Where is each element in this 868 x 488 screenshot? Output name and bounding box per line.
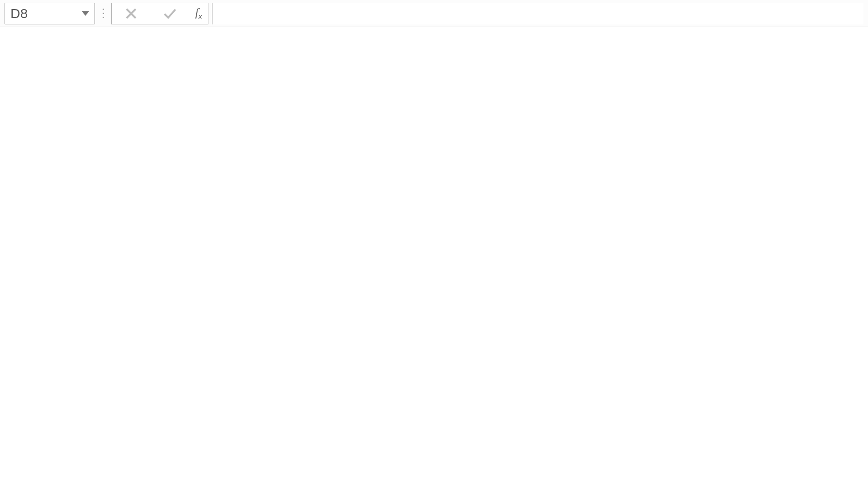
formula-controls: fx — [111, 3, 208, 24]
confirm-formula-button[interactable] — [156, 5, 184, 23]
formula-bar-section: D8 fx — [0, 0, 868, 27]
cancel-formula-button[interactable] — [118, 5, 145, 23]
name-box-value: D8 — [10, 6, 28, 21]
chevron-down-icon[interactable] — [82, 11, 89, 16]
vertical-grip-icon[interactable] — [99, 3, 108, 24]
check-icon — [163, 8, 177, 19]
fx-label[interactable]: fx — [195, 6, 202, 21]
formula-input[interactable] — [212, 3, 863, 24]
close-icon — [125, 8, 137, 19]
name-box[interactable]: D8 — [5, 3, 95, 24]
